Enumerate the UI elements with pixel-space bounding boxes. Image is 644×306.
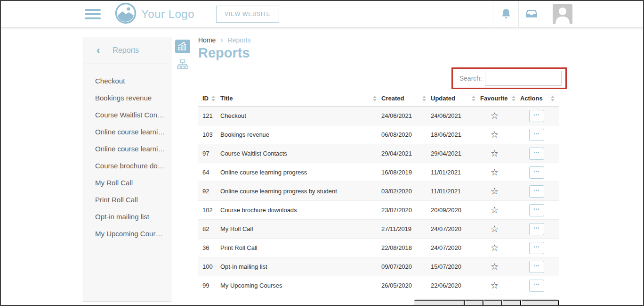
cell-id: 121 [198,112,220,119]
header-actions [493,1,643,27]
sidebar-item-online-course-learning-progress-by-student[interactable]: Online course learning progress by stude… [83,141,171,157]
favourite-star-icon[interactable]: ☆ [491,111,499,120]
sitemap-icon [177,59,188,69]
cell-id: 103 [198,131,220,138]
table-row: 97 Course Waitlist Contacts 29/04/2021 2… [198,144,559,163]
breadcrumb-current[interactable]: Reports [228,36,251,44]
sidebar-item-online-course-learning-progress[interactable]: Online course learning progress [83,124,171,141]
notifications-button[interactable] [493,1,518,27]
favourite-star-icon[interactable]: ☆ [491,206,499,215]
search-row: Search: [198,67,559,90]
favourite-star-icon[interactable]: ☆ [491,243,499,252]
sort-icon [422,96,426,101]
table-row: 92 Online course learning progress by st… [198,182,559,201]
table-body: 121 Checkout 24/06/2021 24/06/2021 ☆ •••… [198,107,559,295]
search-input[interactable] [485,71,562,86]
inbox-icon [525,9,538,20]
cell-title: My Upcoming Courses [220,282,381,289]
sort-icon [373,96,377,101]
page-2-button[interactable]: 2 [483,300,502,306]
breadcrumb-home-link[interactable]: Home [198,36,216,44]
cell-updated: 29/04/2021 [431,150,480,157]
cell-updated: 24/07/2020 [431,244,480,251]
favourite-star-icon[interactable]: ☆ [491,149,499,158]
cell-id: 97 [198,150,220,157]
sidebar-title: Reports [113,46,139,55]
table-row: 102 Course brochure downloads 23/07/2020… [198,201,559,220]
table-header-row: ID Title Created Updated [198,92,559,107]
sidebar-item-print-roll-call[interactable]: Print Roll Call [83,191,171,208]
favourite-star-icon[interactable]: ☆ [491,224,499,233]
next-page-button[interactable]: Next → [521,300,559,306]
row-actions-button[interactable]: ••• [529,129,544,141]
user-avatar[interactable] [553,4,572,24]
sidebar-back-header[interactable]: ‹ Reports [83,37,171,64]
page-title: Reports [198,45,559,61]
column-header-title[interactable]: Title [220,95,381,102]
sort-icon [512,96,515,101]
favourite-star-icon[interactable]: ☆ [491,281,499,290]
sidebar-item-opt-in-mailing-list[interactable]: Opt-in mailing list [83,208,171,225]
search-highlight-annotation: Search: [451,67,567,89]
previous-page-button[interactable]: ← Previous [414,300,465,306]
favourite-star-icon[interactable]: ☆ [491,187,499,196]
cell-created: 29/04/2021 [381,150,431,157]
row-actions-button[interactable]: ••• [529,166,544,179]
row-actions-button[interactable]: ••• [529,110,544,122]
sidebar-item-my-upcoming-courses[interactable]: My Upcoming Courses [83,225,171,242]
brand-logo[interactable]: Your Logo [115,2,194,26]
row-actions-button[interactable]: ••• [529,261,544,273]
chevron-left-icon: ‹ [97,45,100,56]
sidebar-item-my-roll-call[interactable]: My Roll Call [83,174,171,191]
person-icon [553,5,572,24]
cell-title: My Roll Call [220,225,381,232]
row-actions-button[interactable]: ••• [529,148,544,160]
cell-updated: 11/01/2021 [431,188,480,195]
column-header-created[interactable]: Created [381,95,431,102]
cell-title: Opt-in mailing list [220,263,381,270]
cell-title: Online course learning progress by stude… [220,188,381,195]
row-actions-button[interactable]: ••• [529,223,544,235]
page-1-button[interactable]: 1 [465,300,483,306]
column-header-favourite[interactable]: Favourite [480,95,520,102]
page-3-button[interactable]: 3 [502,300,521,306]
table-row: 99 My Upcoming Courses 26/05/2020 22/06/… [198,276,559,295]
column-header-id[interactable]: ID [198,95,220,102]
sidebar-item-course-brochure-downloads[interactable]: Course brochure downloads [83,157,171,174]
logo-image-icon [115,2,137,26]
chart-view-button[interactable] [175,40,190,53]
cell-id: 64 [198,169,220,176]
column-header-updated[interactable]: Updated [431,95,480,102]
cell-title: Course brochure downloads [220,207,381,214]
logo-text: Your Logo [141,8,194,21]
cell-updated: 11/01/2021 [431,169,480,176]
cell-created: 22/08/2018 [381,244,431,251]
table-row: 121 Checkout 24/06/2021 24/06/2021 ☆ ••• [198,107,559,125]
favourite-star-icon[interactable]: ☆ [491,262,499,271]
table-row: 64 Online course learning progress 16/08… [198,163,559,182]
favourite-star-icon[interactable]: ☆ [491,168,499,177]
sidebar-item-checkout[interactable]: Checkout [83,73,171,90]
sort-icon [472,96,475,101]
sidebar-item-bookings-revenue[interactable]: Bookings revenue [83,90,171,107]
sidebar-item-course-waitlist-contacts[interactable]: Course Waitlist Contacts [83,107,171,124]
inbox-button[interactable] [519,1,544,27]
row-actions-button[interactable]: ••• [529,185,544,198]
view-website-button[interactable]: VIEW WEBSITE [216,6,279,23]
view-switcher-rail [175,40,190,75]
cell-created: 03/02/2020 [381,188,431,195]
hamburger-menu-icon[interactable] [85,7,101,22]
row-actions-button[interactable]: ••• [529,242,544,254]
row-actions-button[interactable]: ••• [529,204,544,216]
row-actions-button[interactable]: ••• [529,280,544,292]
top-header: Your Logo VIEW WEBSITE [1,1,643,28]
cell-created: 24/06/2021 [381,112,431,119]
cell-created: 09/07/2020 [381,263,431,270]
column-header-actions[interactable]: Actions [520,95,559,102]
hierarchy-view-button[interactable] [175,58,190,71]
cell-title: Bookings revenue [220,131,381,138]
cell-updated: 20/09/2020 [431,207,480,214]
favourite-star-icon[interactable]: ☆ [491,130,499,139]
cell-created: 16/08/2019 [381,169,431,176]
cell-title: Checkout [220,112,381,119]
